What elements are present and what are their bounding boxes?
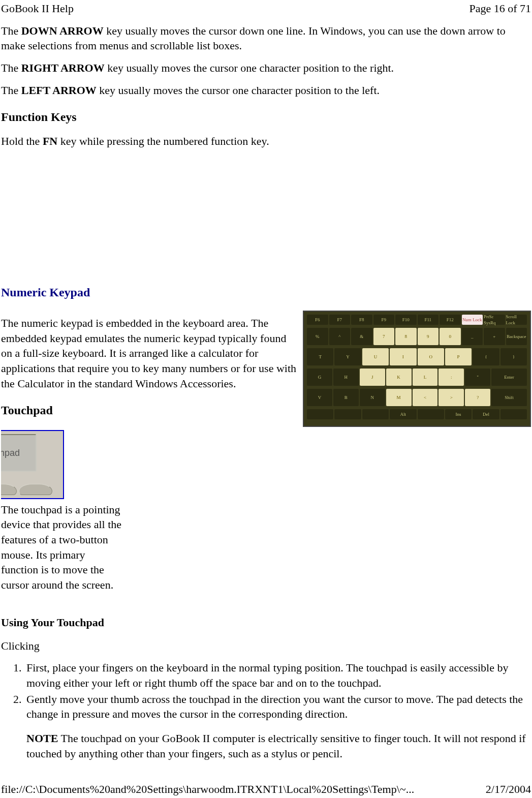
numeric-keypad-paragraph: The numeric keypad is embedded in the ke… xyxy=(1,316,298,391)
using-touchpad-heading: Using Your Touchpad xyxy=(1,615,531,630)
image-spacer xyxy=(1,156,531,273)
key: } xyxy=(500,348,527,365)
touchpad-image: Touchpad xyxy=(1,430,64,499)
down-arrow-paragraph: The DOWN ARROW key usually moves the cur… xyxy=(1,23,531,53)
key xyxy=(418,409,444,419)
down-arrow-label: DOWN ARROW xyxy=(21,24,104,37)
key-highlight: 7 xyxy=(373,328,395,345)
key: G xyxy=(307,369,332,386)
key: Ins xyxy=(445,409,472,419)
key: F6 xyxy=(307,315,328,325)
list-item: First, place your fingers on the keyboar… xyxy=(24,660,531,690)
function-keys-heading: Function Keys xyxy=(1,109,531,125)
key-highlight: O xyxy=(418,348,444,365)
touchpad-button-right xyxy=(19,484,52,495)
key: F11 xyxy=(418,315,439,325)
key-highlight: ? xyxy=(465,389,490,406)
key xyxy=(500,409,527,419)
key: % xyxy=(307,328,328,345)
key: + xyxy=(484,328,505,345)
key-highlight: M xyxy=(386,389,412,406)
left-arrow-paragraph: The LEFT ARROW key usually moves the cur… xyxy=(1,83,531,98)
key: T xyxy=(307,348,333,365)
touchpad-screen-label: Touchpad xyxy=(1,434,37,472)
key: F12 xyxy=(440,315,461,325)
key xyxy=(362,409,389,419)
key: Del xyxy=(473,409,499,419)
key-highlight: L xyxy=(413,369,438,386)
list-item: Gently move your thumb across the touchp… xyxy=(24,692,531,722)
key: " xyxy=(465,369,490,386)
key: ^ xyxy=(329,328,351,345)
key: H xyxy=(333,369,359,386)
clicking-steps: First, place your fingers on the keyboar… xyxy=(1,660,531,722)
fn-label: FN xyxy=(43,135,57,147)
key-highlight: > xyxy=(439,389,464,406)
key: PrtSc SysRq xyxy=(484,315,505,325)
key: Y xyxy=(334,348,361,365)
key-highlight: 8 xyxy=(395,328,417,345)
header-title: GoBook II Help xyxy=(1,1,74,16)
key-highlight: : xyxy=(439,369,464,386)
key: N xyxy=(360,389,385,406)
key: F9 xyxy=(373,315,395,325)
keyboard-image: F6 F7 F8 F9 F10 F11 F12 Num Lock PrtSc S… xyxy=(303,311,531,427)
numeric-keypad-heading: Numeric Keypad xyxy=(1,284,531,300)
key: F10 xyxy=(395,315,417,325)
key: Backspace xyxy=(506,328,527,345)
right-arrow-label: RIGHT ARROW xyxy=(21,62,105,74)
key-highlight: 9 xyxy=(418,328,439,345)
footer-date: 2/17/2004 xyxy=(486,782,531,797)
key-highlight: U xyxy=(362,348,389,365)
key xyxy=(307,409,333,419)
touchpad-button-middle xyxy=(1,484,17,495)
note-paragraph: NOTE The touchpad on your GoBook II comp… xyxy=(26,731,531,761)
key-highlight: 0 xyxy=(440,328,461,345)
key: B xyxy=(333,389,359,406)
key: & xyxy=(351,328,372,345)
left-arrow-label: LEFT ARROW xyxy=(21,84,97,97)
key-highlight: P xyxy=(445,348,472,365)
key: _ xyxy=(462,328,483,345)
note-label: NOTE xyxy=(26,732,58,745)
fn-paragraph: Hold the FN key while pressing the numbe… xyxy=(1,134,531,149)
key: Enter xyxy=(491,369,527,386)
clicking-label: Clicking xyxy=(1,638,531,654)
key: Scroll Lock xyxy=(506,315,527,325)
key: Shift xyxy=(491,389,527,406)
key: V xyxy=(307,389,332,406)
key: Alt xyxy=(390,409,416,419)
key: F8 xyxy=(351,315,372,325)
key-highlight: < xyxy=(413,389,438,406)
key-highlight: I xyxy=(390,348,416,365)
key xyxy=(334,409,361,419)
numlock-key: Num Lock xyxy=(462,315,483,325)
page-number: Page 16 of 71 xyxy=(469,1,531,16)
key: F7 xyxy=(329,315,351,325)
key-highlight: K xyxy=(386,369,412,386)
key: { xyxy=(473,348,499,365)
key-highlight: J xyxy=(360,369,385,386)
right-arrow-paragraph: The RIGHT ARROW key usually moves the cu… xyxy=(1,60,531,76)
footer-path: file://C:\Documents%20and%20Settings\har… xyxy=(1,782,414,797)
